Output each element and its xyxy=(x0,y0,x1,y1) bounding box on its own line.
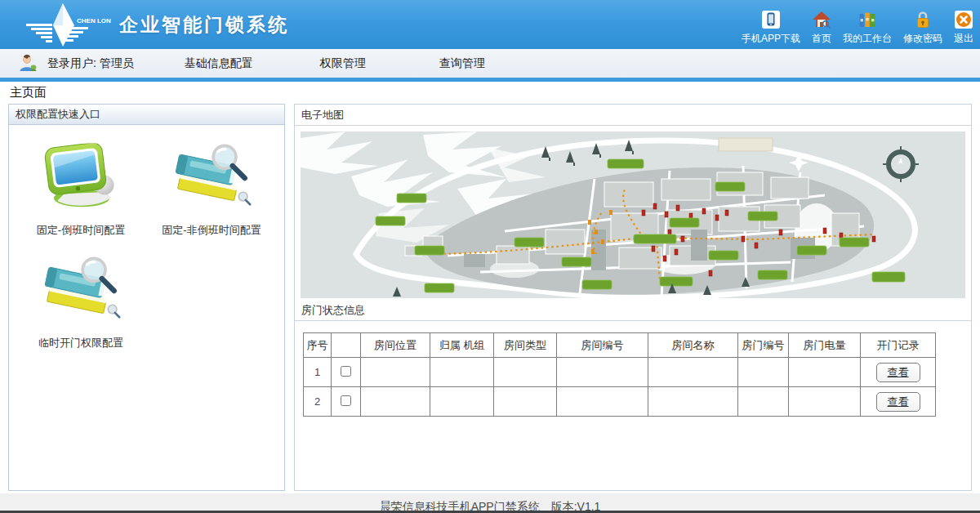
nav-item-permission-management[interactable]: 权限管理 xyxy=(320,56,366,71)
cell-room-location xyxy=(361,387,430,417)
col-room-number: 房间编号 xyxy=(557,333,648,358)
shortcut-panel: 权限配置快速入口 固定-倒班时间配置 固定-非倒班时间配置 临时开门权限配置 xyxy=(8,104,285,491)
main-navbar: 登录用户: 管理员 基础信息配置 权限管理 查询管理 xyxy=(0,49,980,78)
col-open-record: 开门记录 xyxy=(861,333,936,358)
cell-room-type xyxy=(494,358,557,387)
row-checkbox[interactable] xyxy=(341,395,351,406)
cell-room-location xyxy=(361,358,430,387)
electronic-map[interactable] xyxy=(301,132,965,298)
shortcut-fixed-nonshift-time-config[interactable]: 固定-非倒班时间配置 xyxy=(146,136,277,238)
col-room-name: 房间名称 xyxy=(648,333,738,358)
app-download-label: 手机APP下载 xyxy=(742,32,800,46)
main-content-panel: 电子地图 xyxy=(294,104,972,491)
map-section-title: 电子地图 xyxy=(295,105,971,126)
view-record-button[interactable]: 查看 xyxy=(876,392,920,412)
table-header-row: 序号 房间位置 归属 机组 房间类型 房间编号 房间名称 房门编号 房门电量 开… xyxy=(304,333,936,358)
col-door-battery: 房门电量 xyxy=(789,333,861,358)
shortcut-label: 固定-倒班时间配置 xyxy=(37,223,125,238)
table-row: 1 查看 xyxy=(304,358,936,387)
campus-map-image xyxy=(301,132,965,298)
shortcut-label: 固定-非倒班时间配置 xyxy=(162,223,261,238)
cell-door-battery xyxy=(789,387,861,417)
col-room-type: 房间类型 xyxy=(494,333,557,358)
change-password-icon xyxy=(913,10,933,29)
page-title: 主页面 xyxy=(10,85,47,100)
col-room-location: 房间位置 xyxy=(361,333,430,358)
workbench-label: 我的工作台 xyxy=(843,32,892,46)
home-button[interactable]: 首页 xyxy=(812,3,831,46)
nav-item-query-management[interactable]: 查询管理 xyxy=(439,56,485,71)
view-record-button[interactable]: 查看 xyxy=(876,363,920,382)
cell-owning-unit xyxy=(430,387,494,417)
home-label: 首页 xyxy=(812,32,831,46)
computer-monitor-icon xyxy=(42,143,120,212)
change-password-button[interactable]: 修改密码 xyxy=(903,3,942,46)
logo-text: CHEN LONG xyxy=(77,17,111,25)
books-magnifier-icon xyxy=(169,141,254,214)
cell-owning-unit xyxy=(430,358,494,387)
app-download-button[interactable]: 手机APP下载 xyxy=(742,3,800,46)
cell-room-number xyxy=(557,387,648,417)
logout-icon xyxy=(954,10,973,29)
row-index: 2 xyxy=(304,387,332,417)
logout-label: 退出 xyxy=(954,32,973,46)
app-title: 企业智能门锁系统 xyxy=(119,12,289,38)
cell-door-battery xyxy=(789,358,861,387)
row-index: 1 xyxy=(304,358,332,387)
door-status-section-title: 房门状态信息 xyxy=(295,300,971,321)
row-checkbox[interactable] xyxy=(341,366,351,377)
col-checkbox xyxy=(332,333,361,358)
nav-accent-strip xyxy=(0,78,980,82)
cell-room-name xyxy=(648,387,738,417)
shortcut-panel-title: 权限配置快速入口 xyxy=(9,105,284,125)
workbench-icon xyxy=(858,10,877,29)
workbench-button[interactable]: 我的工作台 xyxy=(843,3,892,46)
home-icon xyxy=(812,10,831,29)
phone-app-icon xyxy=(761,10,781,29)
col-owning-unit: 归属 机组 xyxy=(430,333,494,358)
shortcut-temp-open-permission-config[interactable]: 临时开门权限配置 xyxy=(16,249,146,350)
shortcut-grid: 固定-倒班时间配置 固定-非倒班时间配置 临时开门权限配置 xyxy=(9,125,284,362)
cell-room-type xyxy=(494,387,557,417)
app-header: CHEN LONG 企业智能门锁系统 手机APP下载 xyxy=(0,0,980,49)
shortcut-fixed-shift-time-config[interactable]: 固定-倒班时间配置 xyxy=(16,136,146,238)
books-magnifier-icon xyxy=(38,253,123,327)
table-row: 2 查看 xyxy=(304,387,936,417)
login-user-label: 登录用户: 管理员 xyxy=(47,56,134,71)
change-password-label: 修改密码 xyxy=(903,32,942,46)
cell-door-number xyxy=(738,387,789,417)
login-user: 登录用户: 管理员 xyxy=(18,54,134,74)
logout-button[interactable]: 退出 xyxy=(954,3,973,46)
door-status-table: 序号 房间位置 归属 机组 房间类型 房间编号 房间名称 房门编号 房门电量 开… xyxy=(303,332,936,417)
company-logo: CHEN LONG xyxy=(15,2,111,47)
cell-room-number xyxy=(557,358,648,387)
shortcut-label: 临时开门权限配置 xyxy=(38,336,123,350)
header-actions: 手机APP下载 首页 xyxy=(742,3,973,46)
cell-room-name xyxy=(648,358,738,387)
cell-door-number xyxy=(738,358,789,387)
application-window: CHEN LONG 企业智能门锁系统 手机APP下载 xyxy=(0,0,980,513)
user-icon xyxy=(18,54,38,74)
col-door-number: 房门编号 xyxy=(738,333,789,358)
nav-item-basic-info-config[interactable]: 基础信息配置 xyxy=(185,56,253,71)
col-index: 序号 xyxy=(304,333,332,358)
